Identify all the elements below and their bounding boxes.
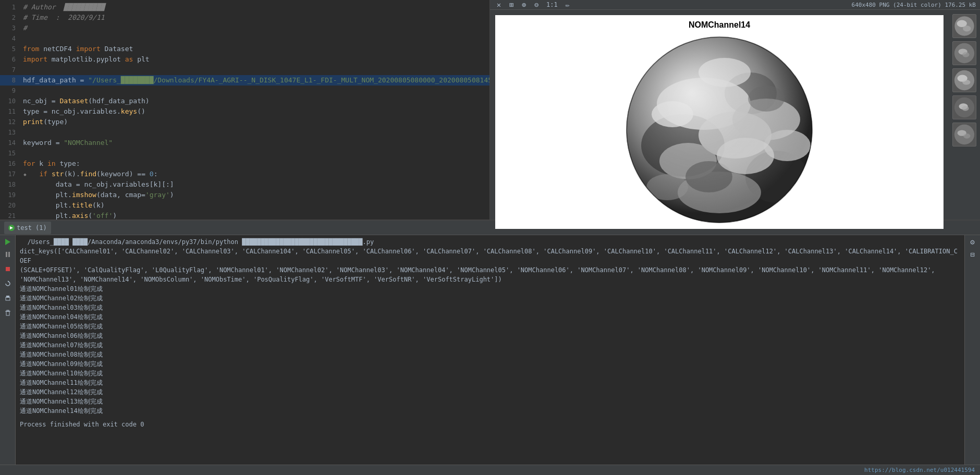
channel-line-12: 通道NOMChannel12绘制完成 xyxy=(20,387,960,397)
code-lines: 1 # Author ██████████ 2 # Time : 2020/9/… xyxy=(0,0,489,220)
zoom-minus-icon[interactable]: ⊖ xyxy=(532,0,541,9)
channel-line-9: 通道NOMChannel09绘制完成 xyxy=(20,359,960,369)
svg-rect-40 xyxy=(6,267,10,271)
code-line-20: 20 plt.title(k) xyxy=(0,200,489,211)
bottom-status-bar: https://blog.csdn.net/u012441594 xyxy=(0,465,980,475)
settings-icon[interactable]: ⚙ xyxy=(968,237,977,247)
run-content-area: /Users_████ ████/Anaconda/anaconda3/envs… xyxy=(0,235,980,465)
channel-line-1: 通道NOMChannel01绘制完成 xyxy=(20,284,960,294)
thumbnail-4[interactable] xyxy=(952,95,976,119)
channel-line-13: 通道NOMChannel13绘制完成 xyxy=(20,397,960,406)
run-output[interactable]: /Users_████ ████/Anaconda/anaconda3/envs… xyxy=(16,235,964,465)
thumbnail-3[interactable] xyxy=(952,68,976,92)
code-editor[interactable]: 1 # Author ██████████ 2 # Time : 2020/9/… xyxy=(0,0,490,220)
code-line-12: 12 print(type) xyxy=(0,117,489,127)
svg-point-18 xyxy=(627,37,812,223)
svg-rect-39 xyxy=(8,252,10,257)
run-dict-keys-line-2: (SCALE+OFFSET)', 'CalQualityFlag', 'L0Qu… xyxy=(20,265,960,275)
channel-line-7: 通道NOMChannel07绘制完成 xyxy=(20,340,960,350)
bottom-panel: test (1) /Users_ xyxy=(0,220,980,475)
code-line-7: 7 xyxy=(0,65,489,75)
image-viewer-content: NOMChannel14 xyxy=(490,10,980,234)
code-line-3: 3 # xyxy=(0,23,489,33)
code-line-14: 14 keyword = "NOMChannel" xyxy=(0,138,489,148)
image-viewer-toolbar: ✕ ⊞ ⊕ ⊖ 1:1 ✏ 640x480 PNG (24-bit color)… xyxy=(490,0,980,10)
svg-point-29 xyxy=(962,80,970,85)
code-line-16: 16 for k in type: xyxy=(0,159,489,169)
channel-line-8: 通道NOMChannel08绘制完成 xyxy=(20,350,960,359)
code-line-5: 5 from netCDF4 import Dataset xyxy=(0,44,489,54)
channel-line-6: 通道NOMChannel06绘制完成 xyxy=(20,331,960,340)
play-button[interactable] xyxy=(3,237,13,247)
thumbnail-5[interactable] xyxy=(952,123,976,147)
svg-point-23 xyxy=(963,26,971,31)
rerun-button[interactable] xyxy=(3,279,13,288)
run-right-controls: ⚙ ⊟ xyxy=(964,235,980,465)
image-viewer: ✕ ⊞ ⊕ ⊖ 1:1 ✏ 640x480 PNG (24-bit color)… xyxy=(490,0,980,220)
channel-line-4: 通道NOMChannel04绘制完成 xyxy=(20,312,960,322)
pause-button[interactable] xyxy=(3,250,13,259)
run-exit-line: Process finished with exit code 0 xyxy=(20,420,960,429)
stop-button[interactable] xyxy=(3,264,13,274)
code-line-2: 2 # Time : 2020/9/11 xyxy=(0,13,489,23)
code-line-13: 13 xyxy=(0,127,489,138)
channel-line-11: 通道NOMChannel11绘制完成 xyxy=(20,378,960,387)
thumbnails-panel xyxy=(949,10,980,234)
svg-point-35 xyxy=(963,133,970,139)
run-dict-keys-line: dict_keys(['CALChannel01', 'CALChannel02… xyxy=(20,247,960,265)
zoom-plus-icon[interactable]: ⊕ xyxy=(519,0,529,9)
code-line-15: 15 xyxy=(0,148,489,159)
expand-icon[interactable]: ⊟ xyxy=(968,250,977,259)
svg-rect-44 xyxy=(6,311,9,315)
code-line-18: 18 data = nc_obj.variables[k][:] xyxy=(0,179,489,190)
run-controls xyxy=(0,235,16,465)
thumbnail-2[interactable] xyxy=(952,41,976,65)
channel-line-10: 通道NOMChannel10绘制完成 xyxy=(20,369,960,378)
svg-rect-43 xyxy=(6,296,9,298)
image-title: NOMChannel14 xyxy=(689,20,750,30)
earth-globe xyxy=(620,31,818,229)
code-line-17: 17 ⬥ if str(k).find(keyword) == 0: xyxy=(0,169,489,179)
code-line-21: 21 plt.axis('off') xyxy=(0,211,489,220)
code-line-4: 4 xyxy=(0,33,489,44)
svg-point-32 xyxy=(962,106,969,111)
thumbnail-1[interactable] xyxy=(952,14,976,38)
code-line-11: 11 type = nc_obj.variables.keys() xyxy=(0,106,489,117)
svg-marker-37 xyxy=(5,239,10,245)
svg-rect-38 xyxy=(6,252,7,257)
print-button[interactable] xyxy=(3,294,13,303)
zoom-level: 1:1 xyxy=(544,1,560,8)
svg-point-26 xyxy=(962,52,969,57)
status-url: https://blog.csdn.net/u012441594 xyxy=(864,467,975,473)
channel-line-2: 通道NOMChannel02绘制完成 xyxy=(20,294,960,303)
run-tab-icon xyxy=(8,225,15,231)
channel-line-3: 通道NOMChannel03绘制完成 xyxy=(20,303,960,312)
code-line-9: 9 xyxy=(0,86,489,96)
run-dict-keys-line-3: 'NOMChannel13', 'NOMChannel14', 'NOMObsC… xyxy=(20,275,960,284)
run-path-line: /Users_████ ████/Anaconda/anaconda3/envs… xyxy=(20,237,960,247)
run-tab-label: test (1) xyxy=(17,224,47,232)
pencil-icon[interactable]: ✏ xyxy=(563,0,572,9)
viewer-toolbar-icons: ✕ ⊞ ⊕ ⊖ 1:1 ✏ xyxy=(494,0,572,9)
close-icon[interactable]: ✕ xyxy=(494,0,504,9)
code-line-6: 6 import matplotlib.pyplot as plt xyxy=(0,54,489,65)
code-line-19: 19 plt.imshow(data, cmap='gray') xyxy=(0,190,489,200)
main-area: 1 # Author ██████████ 2 # Time : 2020/9/… xyxy=(0,0,980,220)
code-line-8: 8 hdf_data_path = "/Users_████████/Downl… xyxy=(0,75,489,86)
svg-marker-36 xyxy=(10,226,13,229)
run-tab[interactable]: test (1) xyxy=(4,222,51,234)
grid-icon[interactable]: ⊞ xyxy=(507,0,516,9)
image-main: NOMChannel14 xyxy=(495,15,944,229)
viewer-info: 640x480 PNG (24-bit color) 176.25 kB xyxy=(852,2,976,8)
svg-rect-46 xyxy=(7,310,9,311)
trash-button[interactable] xyxy=(3,308,13,318)
channel-line-5: 通道NOMChannel05绘制完成 xyxy=(20,322,960,331)
channel-line-14: 通道NOMChannel14绘制完成 xyxy=(20,406,960,416)
code-line-1: 1 # Author ██████████ xyxy=(0,2,489,13)
code-line-10: 10 nc_obj = Dataset(hdf_data_path) xyxy=(0,96,489,106)
